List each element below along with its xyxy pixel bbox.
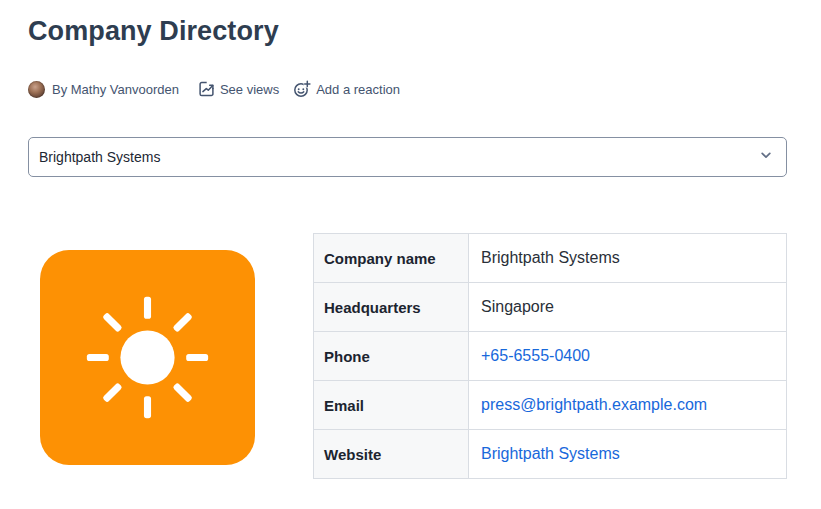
email-link[interactable]: press@brightpath.example.com xyxy=(481,396,707,413)
author-avatar[interactable] xyxy=(28,81,45,98)
page: Company Directory By Mathy Vanvoorden Se… xyxy=(0,14,821,479)
company-info-table: Company name Brightpath Systems Headquar… xyxy=(313,233,787,479)
table-row: Headquarters Singapore xyxy=(314,283,787,332)
smiley-plus-icon xyxy=(293,80,311,98)
chevron-down-icon xyxy=(758,147,774,167)
add-reaction-label: Add a reaction xyxy=(316,82,400,97)
byline-author[interactable]: By Mathy Vanvoorden xyxy=(52,82,179,97)
row-label: Company name xyxy=(314,234,469,283)
website-link[interactable]: Brightpath Systems xyxy=(481,445,620,462)
table-row: Phone +65-6555-0400 xyxy=(314,332,787,381)
see-views-label: See views xyxy=(220,82,279,97)
row-label: Email xyxy=(314,381,469,430)
add-reaction-button[interactable]: Add a reaction xyxy=(293,80,400,98)
company-logo-wrap xyxy=(28,233,313,479)
sun-logo-icon xyxy=(40,250,255,465)
company-select-dropdown[interactable]: Brightpath Systems xyxy=(28,137,787,177)
company-detail-section: Company name Brightpath Systems Headquar… xyxy=(28,233,787,479)
table-row: Website Brightpath Systems xyxy=(314,430,787,479)
row-value: +65-6555-0400 xyxy=(469,332,787,381)
row-label: Website xyxy=(314,430,469,479)
analytics-chart-icon xyxy=(198,81,215,97)
row-value: Brightpath Systems xyxy=(469,234,787,283)
table-row: Email press@brightpath.example.com xyxy=(314,381,787,430)
row-value: Singapore xyxy=(469,283,787,332)
row-label: Headquarters xyxy=(314,283,469,332)
row-value: press@brightpath.example.com xyxy=(469,381,787,430)
row-value: Brightpath Systems xyxy=(469,430,787,479)
see-views-button[interactable]: See views xyxy=(198,81,279,97)
byline: By Mathy Vanvoorden See views xyxy=(28,80,787,98)
phone-link[interactable]: +65-6555-0400 xyxy=(481,347,590,364)
row-label: Phone xyxy=(314,332,469,381)
table-row: Company name Brightpath Systems xyxy=(314,234,787,283)
company-select-value: Brightpath Systems xyxy=(39,149,160,165)
page-title: Company Directory xyxy=(28,14,787,49)
